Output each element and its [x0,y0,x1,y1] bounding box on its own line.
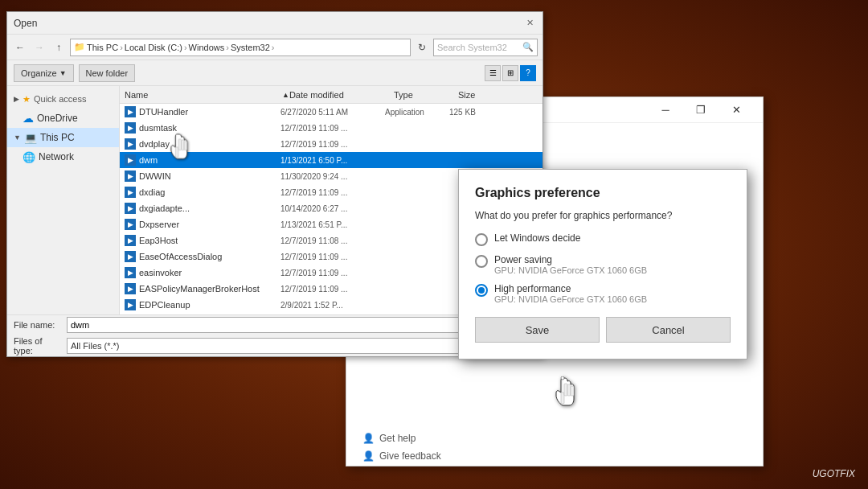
get-help-row[interactable]: 👤 Get help [362,433,747,444]
file-date: 12/7/2019 11:08 ... [280,236,385,245]
col-size-header[interactable]: Size [458,90,506,100]
file-date: 1/13/2021 6:51 P... [280,220,385,229]
file-name: dusmtask [139,123,177,133]
network-icon: 🌐 [23,151,35,163]
file-type-label: Files of type: [14,336,62,355]
file-date: 12/7/2019 11:09 ... [280,188,385,197]
file-icon: ▶ [125,251,136,262]
file-name: dxdiag [139,187,165,197]
search-bar[interactable]: Search System32 🔍 [433,39,538,56]
graphics-preference-dialog: Graphics preference What do you prefer f… [458,169,747,360]
col-type-header[interactable]: Type [394,90,458,100]
graphics-dialog-title: Graphics preference [475,186,731,200]
watermark: UGOTFIX [813,468,855,479]
back-button[interactable]: ← [12,39,28,55]
help-icon: 👤 [362,433,375,444]
table-row[interactable]: ▶dvdplay12/7/2019 11:09 ... [120,136,542,152]
file-name: DTUHandler [139,107,188,117]
file-name-input[interactable] [67,317,475,333]
col-date-header[interactable]: Date modified [289,90,394,100]
file-icon: ▶ [125,203,136,214]
nav-panel: ▶ ★ Quick access ▶ ☁ OneDrive ▼ 💻 This P… [7,86,120,314]
file-icon: ▶ [125,219,136,230]
file-name: EaseOfAccessDialog [139,252,222,261]
save-button[interactable]: Save [475,317,600,343]
file-size: 125 KB [449,108,497,117]
col-name-header[interactable]: Name [120,90,280,100]
radio-sub-high-performance: GPU: NVIDIA GeForce GTX 1060 6GB [494,294,647,304]
close-button[interactable]: ✕ [719,99,753,121]
address-bar[interactable]: 📁 This PC › Local Disk (C:) › Windows › … [70,39,411,56]
file-name: EASPolicyManagerBrokerHost [139,284,260,294]
radio-windows-decide[interactable] [475,233,488,246]
file-date: 12/7/2019 11:09 ... [280,124,385,133]
table-row[interactable]: ▶DTUHandler6/27/2020 5:11 AMApplication1… [120,104,542,120]
graphics-dialog-question: What do you prefer for graphics performa… [475,210,731,221]
radio-option-power-saving[interactable]: Power saving GPU: NVIDIA GeForce GTX 106… [475,254,731,275]
organize-button[interactable]: Organize ▼ [14,64,74,82]
window-buttons: ─ ❐ ✕ [649,99,753,121]
minimize-button[interactable]: ─ [649,99,682,121]
address-part-2: Local Disk (C:) [125,43,182,52]
file-date: 12/7/2019 11:09 ... [280,140,385,149]
radio-label-windows-decide: Let Windows decide [494,232,580,244]
this-pc-icon: 💻 [24,132,37,144]
radio-power-saving[interactable] [475,255,488,268]
new-folder-button[interactable]: New folder [79,64,136,82]
file-date: 12/7/2019 11:09 ... [280,253,385,261]
nav-this-pc-label: This PC [40,132,75,143]
file-date: 12/7/2019 11:09 ... [280,285,385,294]
nav-onedrive[interactable]: ▶ ☁ OneDrive [7,109,119,128]
restore-button[interactable]: ❐ [684,99,718,121]
file-name: Dxpserver [139,220,179,229]
refresh-button[interactable]: ↻ [414,39,430,55]
graphics-dialog-buttons: Save Cancel [475,317,731,343]
nav-network-label: Network [39,151,74,162]
file-name: dxgiadapte... [139,203,190,213]
sort-arrow: ▲ [282,91,289,99]
view-icons-button[interactable]: ⊞ [502,65,518,81]
file-icon: ▶ [125,122,136,134]
help-button[interactable]: ? [520,65,536,81]
forward-button[interactable]: → [31,39,47,55]
dialog-title: Open [14,18,523,29]
expand-icon-thispc: ▼ [14,134,21,142]
file-name: Eap3Host [139,236,178,245]
view-details-button[interactable]: ☰ [485,65,501,81]
radio-high-performance[interactable] [475,284,488,297]
table-row[interactable]: ▶dwm1/13/2021 6:50 P... [120,152,542,168]
nav-network[interactable]: ▶ 🌐 Network [7,147,119,166]
file-date: 6/27/2020 5:11 AM [280,108,385,117]
files-header: Name ▲ Date modified Type Size [120,86,542,104]
table-row[interactable]: ▶dusmtask12/7/2019 11:09 ... [120,120,542,136]
radio-label-high-performance: High performance [494,283,647,294]
cancel-button[interactable]: Cancel [606,317,731,343]
quick-access-icon: ★ [23,94,31,105]
address-part-1: This PC [87,43,118,52]
dropdown-icon: ▼ [59,69,67,77]
dialog-close-button[interactable]: ✕ [523,17,536,30]
file-type-select[interactable]: All Files (*.*) ▼ [67,338,475,354]
file-icon: ▶ [125,283,136,294]
file-date: 12/7/2019 11:09 ... [280,269,385,277]
nav-quick-access[interactable]: ▶ ★ Quick access [7,89,119,109]
address-item: 📁 [74,42,85,52]
radio-option-high-performance[interactable]: High performance GPU: NVIDIA GeForce GTX… [475,283,731,304]
nav-onedrive-label: OneDrive [37,113,78,124]
feedback-row[interactable]: 👤 Give feedback [362,450,747,462]
up-button[interactable]: ↑ [51,39,67,55]
feedback-icon: 👤 [362,450,375,462]
file-icon: ▶ [125,154,136,166]
file-name: dvdplay [139,139,170,149]
dialog-toolbar: ← → ↑ 📁 This PC › Local Disk (C:) › Wind… [7,35,542,60]
search-icon: 🔍 [522,42,534,52]
radio-sub-power-saving: GPU: NVIDIA GeForce GTX 1060 6GB [494,265,647,275]
view-buttons: ☰ ⊞ ? [485,65,536,81]
nav-this-pc[interactable]: ▼ 💻 This PC [7,128,119,147]
dialog-titlebar: Open ✕ [7,12,542,35]
file-icon: ▶ [125,171,136,182]
radio-option-windows-decide[interactable]: Let Windows decide [475,232,731,246]
file-icon: ▶ [125,187,136,198]
file-date: 10/14/2020 6:27 ... [280,204,385,213]
file-date: 1/13/2021 6:50 P... [280,156,385,165]
